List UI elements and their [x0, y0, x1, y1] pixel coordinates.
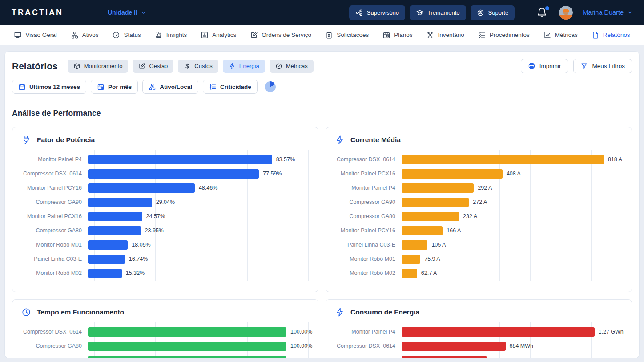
bar-value-label: 15.32% — [126, 270, 145, 276]
bar-plot-area: 83.57% — [88, 155, 309, 164]
bar-value-label: 18.05% — [132, 242, 150, 248]
bar-value-label: 272 A — [473, 199, 487, 205]
page-title: Relatórios — [12, 61, 58, 72]
chart-card-fator-de-potencia: Fator de PotênciaMonitor Painel P483.57%… — [12, 127, 318, 292]
chip-custos[interactable]: Custos — [178, 60, 218, 73]
bar-category-label: Compressor DSX 0614 — [21, 329, 88, 335]
bar-value-label: 232 A — [463, 213, 477, 219]
chart-title: Consumo de Energia — [350, 308, 419, 316]
bar — [88, 327, 286, 337]
bar-value-label: 16.74% — [129, 256, 148, 262]
bar-value-label: 24.57% — [146, 213, 165, 219]
tab-metricas[interactable]: Métricas — [543, 31, 578, 39]
chart-row: Painel Linha C03-E16.74% — [21, 252, 309, 266]
bar-category-label: Compressor GA90 — [335, 199, 402, 205]
tab-solicitacoes[interactable]: Solicitações — [325, 31, 369, 39]
gauge-icon — [275, 63, 282, 70]
chart-title: Fator de Potência — [37, 136, 95, 144]
tab-label: Solicitações — [337, 32, 369, 38]
filter-label: Ativo/Local — [160, 84, 192, 90]
treinamento-button[interactable]: Treinamento — [410, 5, 466, 20]
chart-card-header: Tempo em Funcionamento — [21, 307, 309, 317]
bar-plot-area: 1.27 GWh — [402, 327, 623, 337]
bar — [402, 342, 506, 351]
chart-row: Compressor DSX 0614684 MWh — [335, 339, 623, 353]
chip-energia[interactable]: Energia — [223, 60, 265, 73]
chip-label: Custos — [194, 63, 212, 69]
org-chart-icon — [355, 9, 363, 16]
edit-square-icon — [250, 31, 258, 39]
unit-selector[interactable]: Unidade II — [108, 9, 146, 16]
bar-category-label: Monitor Painel P4 — [335, 185, 402, 191]
chip-monitoramento[interactable]: Monitoramento — [68, 60, 129, 73]
chip-gestao[interactable]: Gestão — [133, 60, 173, 73]
bar — [402, 198, 469, 207]
bar-value-label: 408 A — [507, 171, 521, 177]
bar-plot-area: 100.00% — [88, 342, 309, 351]
suporte-button[interactable]: Suporte — [471, 5, 515, 20]
tab-ordens-de-servico[interactable]: Ordens de Serviço — [250, 31, 311, 39]
my-filters-button[interactable]: Meus Filtros — [573, 59, 632, 73]
bar-category-label: Monitor Robô M01 — [335, 256, 402, 262]
bar — [88, 155, 272, 164]
bar-plot-area: 18.05% — [88, 240, 309, 250]
bar-category-label: Compressor GA90 — [21, 199, 88, 205]
topbar-actions: SupervisórioTreinamentoSuporte — [349, 5, 515, 20]
bar — [88, 198, 152, 207]
print-button[interactable]: Imprimir — [521, 59, 568, 73]
tab-inventario[interactable]: Inventário — [426, 31, 464, 39]
filter-por-mes[interactable]: Por mês — [91, 80, 138, 94]
filter-label: Criticidade — [220, 84, 251, 90]
bar-category-label: Monitor Robô M02 — [21, 270, 88, 276]
divider — [5, 101, 639, 101]
chart-row — [21, 353, 309, 358]
chip-metricas[interactable]: Métricas — [270, 60, 314, 73]
tab-analytics[interactable]: Analytics — [201, 31, 236, 39]
bolt-icon — [229, 63, 236, 70]
bar-plot-area: 75.9 A — [402, 255, 623, 264]
plug-icon — [21, 135, 31, 145]
chart-row: Compressor GA90272 A — [335, 195, 623, 209]
bar — [402, 212, 459, 221]
bar-value-label: 29.04% — [156, 199, 175, 205]
bar-category-label: Monitor Painel P4 — [21, 156, 88, 163]
tab-visao-geral[interactable]: Visão Geral — [14, 31, 56, 39]
bar-plot-area: 62.7 A — [402, 269, 623, 278]
supervisorio-button[interactable]: Supervisório — [349, 5, 405, 20]
unit-selector-label: Unidade II — [108, 9, 137, 16]
calendar-clock-icon — [97, 83, 105, 91]
bar — [402, 356, 487, 359]
tab-ativos[interactable]: Ativos — [71, 31, 99, 39]
user-menu[interactable]: Marina Duarte — [583, 9, 632, 16]
bar-value-label: 23.95% — [145, 227, 164, 234]
bar — [402, 183, 474, 193]
chevron-down-icon — [627, 10, 632, 15]
notifications-button[interactable] — [527, 7, 547, 18]
tab-status[interactable]: Status — [112, 31, 141, 39]
my-filters-button-label: Meus Filtros — [592, 63, 625, 69]
filter-criticidade[interactable]: Criticidade — [203, 80, 258, 94]
bar-plot-area: 15.32% — [88, 269, 309, 278]
bar-value-label: 292 A — [478, 185, 492, 191]
bar-value-label: 62.7 A — [421, 270, 437, 276]
bar-plot-area: 100.00% — [88, 327, 309, 337]
avatar[interactable] — [559, 6, 573, 20]
filter-ativo-local[interactable]: Ativo/Local — [142, 80, 198, 94]
chart-row: Compressor GA9029.04% — [21, 195, 309, 209]
bar-plot-area — [88, 356, 309, 359]
bar-value-label: 818 A — [608, 156, 622, 163]
tab-planos[interactable]: Planos — [382, 31, 412, 39]
tab-relatorios[interactable]: Relatórios — [592, 31, 630, 39]
filter-ultimos-12-meses[interactable]: Últimos 12 meses — [12, 80, 86, 94]
bar-value-label: 684 MWh — [510, 343, 534, 349]
chart-row: Monitor Painel PCX16408 A — [335, 167, 623, 181]
line-chart-icon — [543, 31, 551, 39]
bar — [88, 183, 195, 193]
chart-row: Monitor Painel PCY16166 A — [335, 223, 623, 238]
chart-card-header: Corrente Média — [335, 135, 623, 145]
tab-procedimentos[interactable]: Procedimentos — [478, 31, 530, 39]
chart-card-tempo-em-funcionamento: Tempo em FuncionamentoCompressor DSX 061… — [12, 299, 318, 358]
charts-grid: Fator de PotênciaMonitor Painel P483.57%… — [12, 127, 632, 358]
bar-plot-area: 77.59% — [88, 169, 309, 179]
tab-insights[interactable]: Insights — [155, 31, 187, 39]
